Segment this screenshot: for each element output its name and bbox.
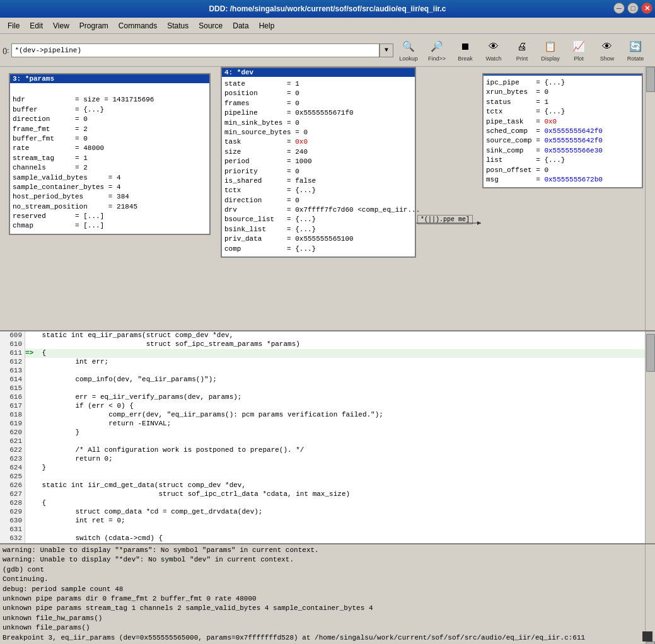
- console-line: warning: Unable to display "*dev": No sy…: [3, 555, 652, 565]
- toolbar-btn-find[interactable]: 🔎Find>>: [423, 37, 451, 64]
- line-number: 610: [0, 340, 25, 349]
- line-number: 611: [0, 349, 25, 358]
- toolbar-btn-rotate[interactable]: 🔄Rotate: [622, 37, 649, 64]
- line-text: comp_err(dev, "eq_iir_params(): pcm para…: [35, 411, 383, 420]
- line-number: 627: [0, 490, 25, 499]
- line-text: return 0;: [35, 455, 113, 464]
- code-scroll[interactable]: 609 static int eq_iir_params(struct comp…: [0, 331, 655, 543]
- menu-item-file[interactable]: File: [3, 20, 25, 32]
- command-input[interactable]: [11, 43, 380, 57]
- line-number: 629: [0, 508, 25, 517]
- menu-item-program[interactable]: Program: [74, 20, 113, 32]
- line-text: {: [35, 499, 46, 508]
- code-line: 624 }: [0, 464, 655, 473]
- line-number: 621: [0, 437, 25, 446]
- line-number: 613: [0, 367, 25, 376]
- console-line: (gdb) cont: [3, 565, 652, 575]
- line-text: [35, 473, 38, 481]
- data-area: 3: *params hdr = size = 1431715696 buffe…: [0, 67, 655, 331]
- console-vscroll[interactable]: [645, 544, 655, 644]
- line-number: 609: [0, 331, 25, 340]
- line-number: 622: [0, 446, 25, 455]
- data-vscroll-thumb[interactable]: [646, 67, 655, 92]
- line-text: struct sof_ipc_ctrl_data *cdata, int max…: [35, 490, 350, 499]
- line-text: struct sof_ipc_stream_params *params): [35, 340, 300, 349]
- line-arrow: [25, 517, 35, 526]
- line-text: if (err < 0) {: [35, 402, 134, 411]
- console-line: unknown file_hw_params(): [3, 614, 652, 623]
- code-line: 619 return -EINVAL;: [0, 420, 655, 428]
- menu-item-source[interactable]: Source: [194, 20, 228, 32]
- toolbar-btn-set[interactable]: ⚙Set: [650, 37, 655, 64]
- line-text: int ret = 0;: [35, 517, 125, 526]
- toolbar-btn-plot[interactable]: 📈Plot: [565, 37, 593, 64]
- minimize-button[interactable]: ─: [613, 3, 625, 14]
- line-arrow: [25, 376, 35, 384]
- menu-item-status[interactable]: Status: [162, 20, 194, 32]
- code-area: 609 static int eq_iir_params(struct comp…: [0, 331, 655, 544]
- toolbar-btn-display[interactable]: 📋Display: [536, 37, 564, 64]
- line-text: [35, 367, 38, 376]
- console-line: unknown file_params(): [3, 623, 652, 633]
- data-vscroll[interactable]: [645, 67, 655, 330]
- toolbar-btn-watch[interactable]: 👁Watch: [480, 37, 507, 64]
- line-number: 628: [0, 499, 25, 508]
- line-number: 615: [0, 384, 25, 393]
- code-vscroll-thumb[interactable]: [646, 334, 655, 372]
- line-text: /* All configuration work is postponed t…: [35, 446, 304, 455]
- line-number: 624: [0, 464, 25, 473]
- code-line: 609 static int eq_iir_params(struct comp…: [0, 331, 655, 340]
- console-line: Continuing.: [3, 575, 652, 584]
- menu-item-edit[interactable]: Edit: [25, 20, 48, 32]
- dev-window: 4: *dev state = 1 position = 0 frames = …: [221, 67, 416, 258]
- menu-item-data[interactable]: Data: [228, 20, 253, 32]
- line-arrow: [25, 411, 35, 420]
- params-window-content: hdr = size = 1431715696 buffer = {...} d…: [10, 83, 209, 234]
- line-number: 626: [0, 481, 25, 490]
- toolbar-btn-break[interactable]: ⏹Break: [451, 37, 479, 64]
- window-controls: ─ □ ✕: [613, 3, 652, 14]
- line-arrow: [25, 499, 35, 508]
- toolbar-btn-show[interactable]: 👁Show: [593, 37, 621, 64]
- toolbar-btn-print[interactable]: 🖨Print: [508, 37, 536, 64]
- line-text: struct comp_data *cd = comp_get_drvdata(…: [35, 508, 262, 517]
- toolbar-buttons: 🔍Lookup🔎Find>>⏹Break👁Watch🖨Print📋Display…: [395, 37, 655, 64]
- line-arrow: [25, 490, 35, 499]
- line-number: 623: [0, 455, 25, 464]
- line-arrow: [25, 420, 35, 428]
- line-number: 632: [0, 534, 25, 543]
- code-line: 616 err = eq_iir_verify_params(dev, para…: [0, 393, 655, 402]
- toolbar-label: ():: [3, 47, 11, 54]
- menu-item-view[interactable]: View: [48, 20, 74, 32]
- line-number: 618: [0, 411, 25, 420]
- console-line: unknown pipe params stream_tag 1 channel…: [3, 604, 652, 613]
- toolbar-btn-lookup[interactable]: 🔍Lookup: [395, 37, 422, 64]
- params-window: 3: *params hdr = size = 1431715696 buffe…: [9, 73, 211, 235]
- line-text: comp_info(dev, "eq_iir_params()");: [35, 376, 217, 384]
- menu-bar: FileEditViewProgramCommandsStatusSourceD…: [0, 18, 655, 34]
- line-number: 616: [0, 393, 25, 402]
- code-line: 620 }: [0, 428, 655, 437]
- code-line: 626 static int iir_cmd_get_data(struct c…: [0, 481, 655, 490]
- pipeline-window: ipc_pipe = {...} xrun_bytes = 0 status =…: [482, 73, 643, 188]
- line-text: err = eq_iir_verify_params(dev, params);: [35, 393, 241, 402]
- console-vscroll-thumb[interactable]: [646, 641, 655, 644]
- dev-window-title: 4: *dev: [222, 68, 415, 77]
- code-line: 613: [0, 367, 655, 376]
- dev-window-content: state = 1 position = 0 frames = 0 pipeli…: [222, 77, 415, 256]
- line-number: 620: [0, 428, 25, 437]
- line-text: static int iir_cmd_get_data(struct comp_…: [35, 481, 246, 490]
- line-arrow: [25, 481, 35, 490]
- line-arrow: [25, 526, 35, 534]
- code-line: 617 if (err < 0) {: [0, 402, 655, 411]
- dropdown-button[interactable]: ▼: [380, 43, 393, 57]
- menu-item-commands[interactable]: Commands: [113, 20, 162, 32]
- window-title: DDD: /home/singalsu/work/current/sof/sof…: [209, 4, 446, 13]
- console-scroll[interactable]: warning: Unable to display "*params": No…: [0, 544, 655, 644]
- code-vscroll[interactable]: [645, 331, 655, 543]
- line-text: {: [35, 349, 46, 358]
- code-line: 631: [0, 526, 655, 534]
- menu-item-help[interactable]: Help: [254, 20, 280, 32]
- close-button[interactable]: ✕: [641, 3, 652, 14]
- maximize-button[interactable]: □: [627, 3, 639, 14]
